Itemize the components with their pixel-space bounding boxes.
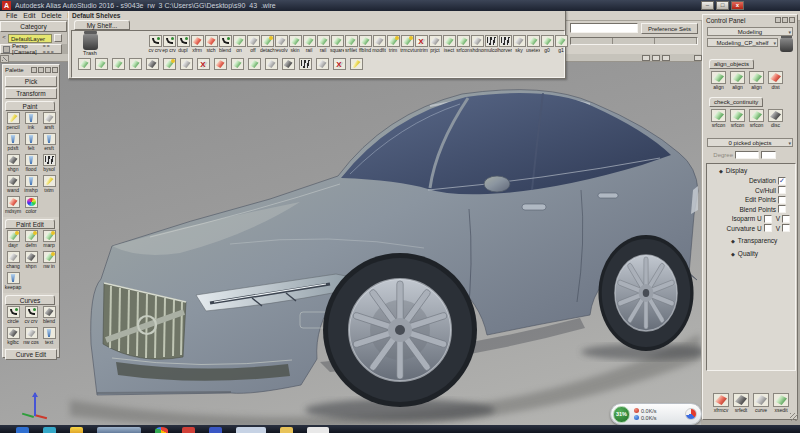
taskbar-app-icon[interactable] — [70, 427, 83, 433]
shelf-tool-button[interactable] — [332, 58, 346, 70]
cp-tool-button[interactable]: disc — [766, 109, 785, 128]
shelf-tool-button[interactable]: srfcon — [456, 35, 470, 53]
taskbar-app-icon[interactable] — [97, 427, 141, 433]
shelves-window-title[interactable]: Default Shelves — [69, 11, 565, 20]
cp-trash-icon[interactable] — [780, 38, 793, 52]
cp-tool-button[interactable]: align — [709, 71, 728, 90]
display-option-checkbox[interactable] — [764, 215, 772, 223]
shelf-tool-button[interactable]: revolv — [274, 35, 288, 53]
preference-field[interactable] — [570, 23, 638, 33]
cp-mode-select[interactable]: Modeling — [707, 27, 793, 36]
network-speed-gauge[interactable]: 31% 0.0K/s 0.0K/s — [610, 403, 702, 425]
palette-tool-button[interactable]: mdsym — [4, 196, 22, 217]
shelf-tool-button[interactable] — [196, 58, 210, 70]
cp-refresh-icon[interactable] — [789, 17, 795, 23]
shelf-tool-button[interactable]: skin — [288, 35, 302, 53]
close-button[interactable]: x — [731, 1, 744, 10]
palette-tool-button[interactable]: defm — [22, 230, 40, 251]
palette-tool-button[interactable]: kglbc — [4, 327, 22, 348]
shelf-tool-button[interactable]: off — [246, 35, 260, 53]
degree-field-2[interactable] — [761, 151, 776, 159]
palette-tool-button[interactable]: flood — [22, 154, 40, 175]
taskbar-app-icon[interactable] — [280, 427, 293, 433]
shelf-tool-button[interactable] — [111, 58, 125, 70]
3d-viewport[interactable]: 31% 0.0K/s 0.0K/s — [0, 62, 701, 425]
display-option-checkbox[interactable] — [764, 224, 772, 232]
shelf-tool-button[interactable]: prjct — [428, 35, 442, 53]
taskbar-app-icon[interactable] — [236, 427, 266, 433]
viewport-layout-quad-icon[interactable] — [652, 55, 660, 61]
shelf-tool-button[interactable] — [145, 58, 159, 70]
shelf-tool-button[interactable] — [179, 58, 193, 70]
taskbar-app-icon[interactable] — [43, 427, 56, 433]
palette-tool-button[interactable]: arsft — [40, 112, 58, 133]
cp-tool-button[interactable]: curve — [751, 393, 771, 413]
shelf-tool-button[interactable]: cv crv — [148, 35, 162, 53]
display-option-checkbox[interactable] — [778, 196, 786, 204]
palette-tab-paint-edit[interactable]: Paint Edit — [5, 219, 55, 229]
trash-icon[interactable] — [83, 34, 98, 50]
menu-item[interactable]: Delete — [41, 12, 61, 19]
palette-tool-button[interactable]: shgn — [4, 154, 22, 175]
shelf-tool-button[interactable]: trmcvt — [400, 35, 414, 53]
maximize-button[interactable]: □ — [716, 1, 729, 10]
palette-tool-button[interactable]: text — [40, 327, 58, 348]
shelf-tool-button[interactable]: modfit — [372, 35, 386, 53]
menu-item[interactable]: Edit — [23, 12, 35, 19]
layer-scroll-left-icon[interactable]: < — [0, 33, 8, 43]
palette-title[interactable]: Palette — [3, 65, 59, 75]
palette-tool-button[interactable]: pdsft — [4, 133, 22, 154]
palette-close-icon[interactable] — [52, 67, 58, 73]
shelf-tool-button[interactable]: ffblnd — [358, 35, 372, 53]
display-option-v-checkbox[interactable] — [782, 215, 790, 223]
palette-tool-button[interactable]: felt — [22, 133, 40, 154]
shelf-tool-button[interactable] — [315, 58, 329, 70]
shelf-tool-button[interactable]: stch — [204, 35, 218, 53]
palette-tool-button[interactable]: wand — [4, 175, 22, 196]
view-toggle-icon[interactable] — [0, 55, 9, 63]
shelf-tool-button[interactable]: srfilet — [344, 35, 358, 53]
shelf-tool-button[interactable]: g0 — [540, 35, 554, 53]
shelf-tool-button[interactable]: untrim — [414, 35, 428, 53]
shelf-tool-button[interactable]: isect — [442, 35, 456, 53]
shelf-tool-button[interactable]: on — [232, 35, 246, 53]
shelf-tool-button[interactable]: rail — [302, 35, 316, 53]
shelf-tool-button[interactable]: sky — [512, 35, 526, 53]
cp-tool-button[interactable]: srfcon — [728, 109, 747, 128]
shelf-tool-button[interactable]: square — [330, 35, 344, 53]
palette-tab-curve-edit[interactable]: Curve Edit — [5, 349, 57, 360]
resize-grip[interactable] — [790, 413, 798, 421]
shelf-tool-button[interactable]: trim — [386, 35, 400, 53]
palette-tool-button[interactable]: nw in — [40, 251, 58, 272]
cp-tool-button[interactable]: dtst — [766, 71, 785, 90]
windows-taskbar[interactable] — [0, 425, 800, 433]
palette-tool-button[interactable]: shpn — [22, 251, 40, 272]
palette-tool-button[interactable]: imshp — [22, 175, 40, 196]
shelf-tool-button[interactable] — [94, 58, 108, 70]
cp-tool-button[interactable]: align — [747, 71, 766, 90]
shelf-tool-button[interactable]: detach — [260, 35, 274, 53]
shelf-tool-button[interactable] — [349, 58, 363, 70]
cp-shelf-select[interactable]: Modeling_CP_shelf — [707, 38, 778, 47]
shelf-tool-button[interactable]: g1 — [554, 35, 568, 53]
taskbar-app-icon[interactable] — [182, 427, 195, 433]
picked-objects-dropdown[interactable]: 0 picked objects — [707, 138, 793, 147]
shelf-tool-button[interactable] — [230, 58, 244, 70]
shelf-tool-button[interactable] — [128, 58, 142, 70]
minimize-button[interactable]: – — [701, 1, 714, 10]
palette-section-tab[interactable]: Pick — [5, 76, 57, 87]
palette-tool-button[interactable]: chang — [4, 251, 22, 272]
display-option-checkbox[interactable] — [778, 177, 786, 185]
display-option-checkbox[interactable] — [778, 186, 786, 194]
palette-tool-button[interactable]: marp — [40, 230, 58, 251]
taskbar-app-icon[interactable] — [16, 427, 29, 433]
display-option-checkbox[interactable] — [778, 205, 786, 213]
palette-section-tab[interactable]: Transform — [5, 88, 57, 99]
palette-collapse-icon[interactable] — [38, 67, 44, 73]
cp-grid-icon[interactable] — [775, 17, 781, 23]
cp-tool-button[interactable]: align — [728, 71, 747, 90]
palette-tab-curves[interactable]: Curves — [5, 295, 55, 305]
cp-tab-check-continuity[interactable]: check_continuity — [709, 97, 763, 107]
palette-tool-button[interactable]: dayr — [4, 230, 22, 251]
tab-my-shelf[interactable]: My Shelf... — [74, 20, 130, 30]
